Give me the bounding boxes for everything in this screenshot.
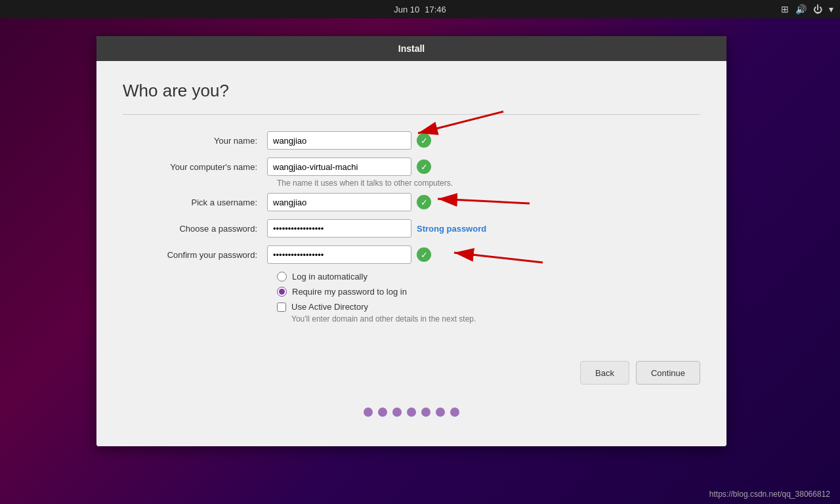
active-directory-checkbox[interactable] bbox=[277, 303, 286, 312]
network-icon[interactable]: ⊞ bbox=[781, 4, 789, 14]
window-titlebar: Install bbox=[96, 36, 726, 61]
login-password-radio[interactable] bbox=[277, 287, 287, 297]
progress-dot-5 bbox=[421, 408, 430, 417]
progress-dot-2 bbox=[378, 408, 387, 417]
login-password-row: Require my password to log in bbox=[277, 287, 700, 297]
computer-name-check-icon: ✓ bbox=[417, 159, 431, 174]
login-password-label[interactable]: Require my password to log in bbox=[292, 287, 407, 297]
username-check-icon: ✓ bbox=[417, 195, 431, 209]
options-section: Log in automatically Require my password… bbox=[277, 272, 700, 324]
name-label: Your name: bbox=[123, 136, 267, 146]
progress-dot-4 bbox=[407, 408, 416, 417]
volume-icon[interactable]: 🔊 bbox=[795, 4, 807, 14]
username-input[interactable] bbox=[267, 193, 411, 211]
menu-icon[interactable]: ▾ bbox=[829, 4, 833, 14]
content-area: Who are you? Your name: ✓ Your computer'… bbox=[96, 61, 726, 446]
computer-name-hint: The name it uses when it talks to other … bbox=[277, 178, 700, 188]
computer-name-input-wrapper: ✓ bbox=[267, 158, 431, 176]
topbar-time: 17:46 bbox=[425, 5, 446, 14]
name-check-icon: ✓ bbox=[417, 133, 431, 148]
username-input-wrapper: ✓ bbox=[267, 193, 431, 211]
password-strength: Strong password bbox=[417, 224, 486, 234]
form-section: Your name: ✓ Your computer's name: ✓ The… bbox=[123, 131, 700, 348]
computer-name-label: Your computer's name: bbox=[123, 162, 267, 172]
topbar-icons: ⊞ 🔊 ⏻ ▾ bbox=[781, 4, 833, 14]
topbar-date: Jun 10 bbox=[394, 5, 419, 14]
username-label: Pick a username: bbox=[123, 198, 267, 207]
topbar: Jun 10 17:46 ⊞ 🔊 ⏻ ▾ bbox=[0, 0, 840, 18]
page-title: Who are you? bbox=[123, 81, 700, 101]
active-directory-label[interactable]: Use Active Directory bbox=[291, 302, 368, 312]
password-input[interactable] bbox=[267, 219, 411, 238]
computer-name-input[interactable] bbox=[267, 158, 411, 176]
name-row: Your name: ✓ bbox=[123, 131, 700, 150]
name-input-wrapper: ✓ bbox=[267, 131, 431, 150]
confirm-password-input[interactable] bbox=[267, 245, 411, 264]
topbar-datetime: Jun 10 17:46 bbox=[394, 5, 446, 14]
confirm-password-label: Confirm your password: bbox=[123, 250, 267, 260]
password-label: Choose a password: bbox=[123, 224, 267, 234]
confirm-password-row: Confirm your password: ✓ bbox=[123, 245, 700, 264]
login-auto-label[interactable]: Log in automatically bbox=[292, 272, 368, 282]
progress-dots bbox=[123, 398, 700, 427]
login-auto-radio[interactable] bbox=[277, 272, 287, 282]
password-row: Choose a password: Strong password bbox=[123, 219, 700, 238]
login-auto-row: Log in automatically bbox=[277, 272, 700, 282]
progress-dot-1 bbox=[364, 408, 373, 417]
active-directory-hint: You'll enter domain and other details in… bbox=[291, 314, 700, 324]
username-row: Pick a username: ✓ bbox=[123, 193, 700, 211]
confirm-password-input-wrapper: ✓ bbox=[267, 245, 431, 264]
password-input-wrapper: Strong password bbox=[267, 219, 486, 238]
name-input[interactable] bbox=[267, 131, 411, 150]
continue-button[interactable]: Continue bbox=[636, 361, 700, 385]
active-directory-row: Use Active Directory bbox=[277, 302, 700, 312]
window-title: Install bbox=[398, 43, 425, 54]
bottom-url: https://blog.csdn.net/qq_38066812 bbox=[709, 490, 830, 499]
progress-dot-6 bbox=[436, 408, 445, 417]
divider bbox=[123, 114, 700, 115]
confirm-password-check-icon: ✓ bbox=[417, 247, 431, 262]
back-button[interactable]: Back bbox=[580, 361, 629, 385]
install-window: Install Who are you? Your name: ✓ Your c… bbox=[96, 36, 726, 446]
progress-dot-7 bbox=[450, 408, 459, 417]
progress-dot-3 bbox=[392, 408, 402, 417]
button-row: Back Continue bbox=[123, 354, 700, 385]
power-icon[interactable]: ⏻ bbox=[813, 4, 822, 14]
computer-name-row: Your computer's name: ✓ bbox=[123, 158, 700, 176]
